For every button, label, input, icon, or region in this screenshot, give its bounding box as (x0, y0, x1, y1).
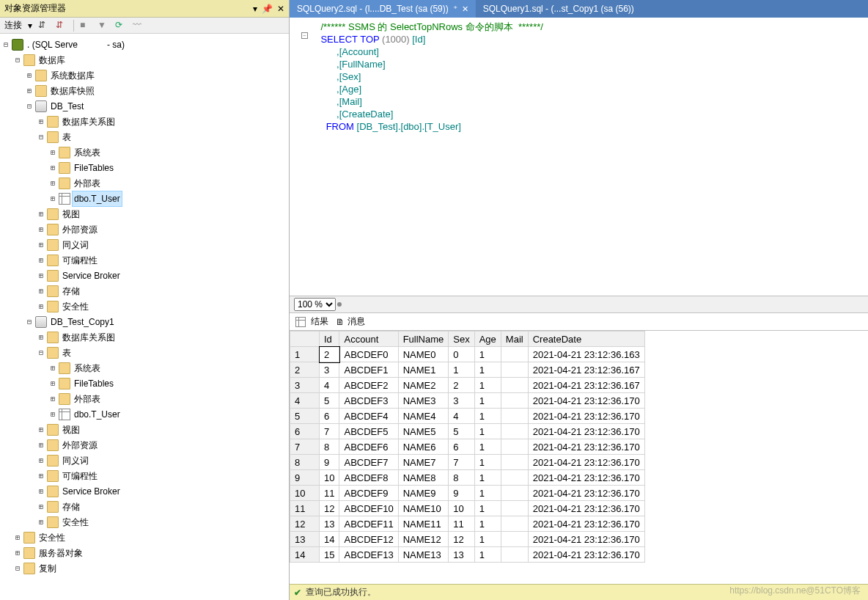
cell[interactable]: 1 (474, 516, 501, 532)
cell[interactable] (501, 409, 528, 424)
cell[interactable]: 1 (474, 501, 501, 516)
cell[interactable]: 9 (320, 455, 339, 470)
cell[interactable] (501, 516, 528, 532)
expand-icon[interactable]: ⊞ (37, 500, 45, 514)
cell[interactable]: 0 (449, 347, 474, 362)
column-header[interactable] (290, 332, 320, 347)
cell[interactable]: 6 (449, 439, 474, 455)
pin-icon[interactable]: 📌 (262, 4, 273, 14)
tab-sqlquery2[interactable]: SQLQuery2.sql - (l....DB_Test (sa (59))⁺… (290, 0, 476, 18)
cell[interactable]: NAME13 (398, 547, 449, 563)
cell[interactable]: 1 (474, 547, 501, 563)
expand-icon[interactable]: ⊞ (37, 299, 45, 314)
expand-icon[interactable]: ⊞ (13, 546, 22, 560)
cell[interactable]: 12 (449, 532, 474, 547)
sys-tables-node[interactable]: 系统表 (73, 361, 102, 376)
cell[interactable]: NAME6 (398, 439, 449, 455)
sql-editor[interactable]: − /****** SSMS 的 SelectTopNRows 命令的脚本 **… (290, 18, 868, 296)
collapse-icon[interactable]: ⊟ (25, 315, 34, 329)
cell[interactable] (501, 439, 528, 455)
cell[interactable] (501, 347, 528, 362)
cell[interactable]: ABCDEF12 (339, 532, 398, 547)
table-row[interactable]: 45ABCDEF3NAME3312021-04-21 23:12:36.170 (290, 393, 645, 409)
storage-node[interactable]: 存储 (61, 284, 81, 299)
security-root-node[interactable]: 安全性 (37, 530, 67, 545)
programmability-node[interactable]: 可编程性 (61, 469, 99, 483)
server-node[interactable]: . (SQL Serve - sa) (26, 37, 126, 52)
expand-icon[interactable]: ⊞ (37, 238, 45, 252)
column-header[interactable]: CreateDate (528, 332, 644, 347)
cell[interactable]: NAME12 (398, 532, 449, 547)
zoom-select[interactable]: 100 % (294, 298, 336, 311)
views-node[interactable]: 视图 (61, 207, 81, 222)
expand-icon[interactable]: ⊞ (37, 484, 45, 499)
row-header[interactable]: 8 (290, 455, 320, 470)
expand-icon[interactable]: ⊞ (37, 207, 45, 222)
cell[interactable] (501, 532, 528, 547)
table-row[interactable]: 1213ABCDEF11NAME111112021-04-21 23:12:36… (290, 516, 645, 532)
cell[interactable]: ABCDEF5 (339, 424, 398, 439)
service-broker-node[interactable]: Service Broker (61, 268, 122, 283)
table-row[interactable]: 1314ABCDEF12NAME121212021-04-21 23:12:36… (290, 532, 645, 547)
cell[interactable]: 1 (474, 470, 501, 486)
cell[interactable]: NAME0 (398, 347, 449, 362)
db-diagram-node[interactable]: 数据库关系图 (61, 114, 117, 129)
external-tables-node[interactable]: 外部表 (73, 176, 102, 191)
cell[interactable]: NAME2 (398, 378, 449, 393)
cell[interactable]: 2021-04-21 23:12:36.170 (528, 393, 644, 409)
close-tab-icon[interactable]: ✕ (462, 4, 468, 14)
row-header[interactable]: 13 (290, 532, 320, 547)
cell[interactable]: 5 (320, 393, 339, 409)
row-header[interactable]: 12 (290, 516, 320, 532)
activity-icon[interactable]: 〰 (133, 20, 144, 32)
cell[interactable]: NAME11 (398, 516, 449, 532)
cell[interactable] (501, 378, 528, 393)
collapse-icon[interactable]: ⊟ (25, 99, 34, 114)
expand-icon[interactable]: ⊞ (37, 253, 45, 268)
cell[interactable] (501, 470, 528, 486)
table-row[interactable]: 1011ABCDEF9NAME9912021-04-21 23:12:36.17… (290, 486, 645, 501)
cell[interactable]: 1 (474, 409, 501, 424)
cell[interactable]: ABCDEF9 (339, 486, 398, 501)
cell[interactable]: ABCDEF4 (339, 409, 398, 424)
table-row[interactable]: 1112ABCDEF10NAME101012021-04-21 23:12:36… (290, 501, 645, 516)
row-header[interactable]: 1 (290, 347, 320, 362)
cell[interactable]: ABCDEF1 (339, 362, 398, 378)
views-node[interactable]: 视图 (61, 422, 81, 437)
close-panel-icon[interactable]: ✕ (277, 4, 284, 14)
cell[interactable]: 2021-04-21 23:12:36.170 (528, 470, 644, 486)
cell[interactable]: 13 (320, 516, 339, 532)
code-fold-icon[interactable]: − (301, 32, 308, 39)
db-diagram-node[interactable]: 数据库关系图 (61, 330, 117, 345)
cell[interactable]: 15 (320, 547, 339, 563)
synonyms-node[interactable]: 同义词 (61, 453, 90, 468)
cell[interactable]: 1 (474, 486, 501, 501)
object-explorer-tree[interactable]: ⊟. (SQL Serve - sa) ⊟数据库 ⊞系统数据库 ⊞数据库快照 ⊟… (0, 34, 289, 600)
expand-icon[interactable]: ⊞ (25, 68, 34, 83)
column-header[interactable]: Sex (449, 332, 474, 347)
expand-icon[interactable]: ⊞ (37, 268, 45, 283)
table-row[interactable]: 89ABCDEF7NAME7712021-04-21 23:12:36.170 (290, 455, 645, 470)
expand-icon[interactable]: ⊞ (48, 376, 57, 391)
sys-databases-node[interactable]: 系统数据库 (49, 68, 96, 83)
expand-icon[interactable]: ⊞ (37, 515, 45, 530)
filter-icon[interactable]: ▼ (98, 20, 109, 32)
column-header[interactable]: Id (320, 332, 339, 347)
cell[interactable]: 7 (320, 424, 339, 439)
cell[interactable]: 9 (449, 486, 474, 501)
collapse-icon[interactable]: ⊟ (13, 53, 22, 67)
cell[interactable] (501, 547, 528, 563)
row-header[interactable]: 11 (290, 501, 320, 516)
cell[interactable]: 2021-04-21 23:12:36.170 (528, 409, 644, 424)
sys-tables-node[interactable]: 系统表 (73, 145, 102, 160)
cell[interactable]: 2021-04-21 23:12:36.170 (528, 439, 644, 455)
row-header[interactable]: 7 (290, 439, 320, 455)
row-header[interactable]: 6 (290, 424, 320, 439)
cell[interactable] (501, 424, 528, 439)
cell[interactable]: 12 (320, 501, 339, 516)
cell[interactable]: ABCDEF6 (339, 439, 398, 455)
connect-label[interactable]: 连接 (4, 19, 22, 32)
cell[interactable]: ABCDEF0 (339, 347, 398, 362)
programmability-node[interactable]: 可编程性 (61, 253, 99, 268)
db-test-node[interactable]: DB_Test (49, 99, 85, 114)
